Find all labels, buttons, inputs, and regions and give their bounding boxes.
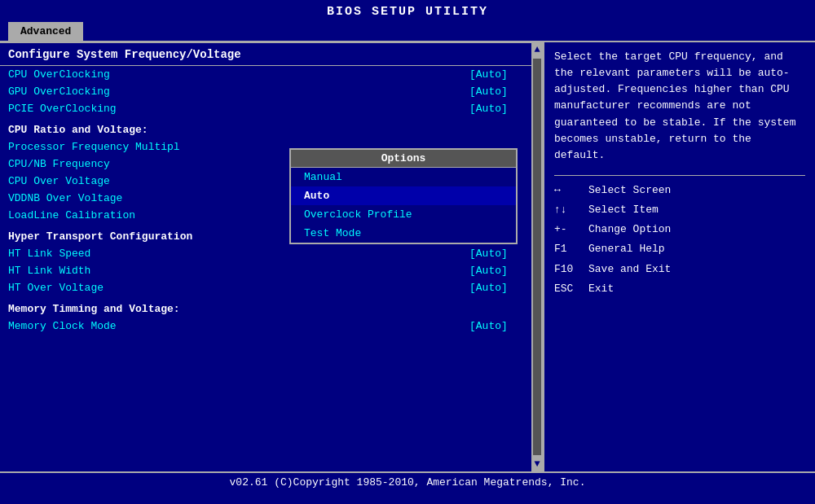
ht-speed-label: HT Link Speed <box>8 248 90 260</box>
right-panel: Select the target CPU frequency, and the… <box>544 42 815 471</box>
cpu-oc-label: CPU OverClocking <box>8 68 110 81</box>
footer: v02.61 (C)Copyright 1985-2010, American … <box>0 471 815 491</box>
cpu-section-header: CPU Ratio and Voltage: <box>0 117 543 138</box>
proc-freq-label: Processor Frequency Multipl <box>8 141 180 153</box>
mem-clock-label: Memory Clock Mode <box>8 320 117 332</box>
key-row-help: F1 General Help <box>554 239 805 259</box>
pcie-oc-label: PCIE OverClocking <box>8 103 117 115</box>
ht-speed-value: [Auto] <box>469 248 535 260</box>
key-desc-screen: Select Screen <box>588 182 671 199</box>
key-row-screen: ↔ Select Screen <box>554 181 805 200</box>
key-sym-esc: ESC <box>554 281 582 297</box>
key-sym-help: F1 <box>554 241 582 257</box>
cpu-nb-label: CPU/NB Frequency <box>8 158 110 170</box>
left-panel: Configure System Frequency/Voltage CPU O… <box>0 42 544 471</box>
ht-ov-label: HT Over Voltage <box>8 282 104 294</box>
ht-ov-value: [Auto] <box>469 282 535 294</box>
key-desc-esc: Exit <box>588 281 614 297</box>
key-row-option: +- Change Option <box>554 220 805 239</box>
key-sym-save: F10 <box>554 261 582 278</box>
cpu-oc-value: [Auto] <box>469 68 535 81</box>
key-sym-option: +- <box>554 221 582 238</box>
setting-row-ht-width[interactable]: HT Link Width [Auto] <box>0 262 543 279</box>
mem-section-header: Memory Timming and Voltage: <box>0 296 543 318</box>
dropdown-overlay: Options Manual Auto Overclock Profile Te… <box>289 148 518 244</box>
key-desc-help: General Help <box>588 241 665 257</box>
basic-settings-group: CPU OverClocking [Auto] GPU OverClocking… <box>0 66 543 117</box>
gpu-oc-value: [Auto] <box>469 85 535 98</box>
key-row-esc: ESC Exit <box>554 279 805 299</box>
dropdown-item-manual[interactable]: Manual <box>291 168 516 186</box>
key-sym-item: ↑↓ <box>554 202 582 218</box>
ht-width-value: [Auto] <box>469 265 535 277</box>
tab-bar: Advanced <box>0 22 815 41</box>
mem-clock-value: [Auto] <box>469 320 535 332</box>
dropdown-item-auto[interactable]: Auto <box>291 186 516 205</box>
title-bar: BIOS SETUP UTILITY <box>0 0 815 22</box>
section-title: Configure System Frequency/Voltage <box>8 48 241 61</box>
dropdown-item-overclock-profile[interactable]: Overclock Profile <box>291 205 516 224</box>
key-sym-screen: ↔ <box>554 182 582 199</box>
ht-width-label: HT Link Width <box>8 265 90 277</box>
app-title: BIOS SETUP UTILITY <box>327 5 488 19</box>
section-header: Configure System Frequency/Voltage <box>0 42 543 66</box>
dropdown-item-test-mode[interactable]: Test Mode <box>291 224 516 243</box>
ht-settings-group: HT Link Speed [Auto] HT Link Width [Auto… <box>0 245 543 296</box>
key-desc-option: Change Option <box>588 221 671 238</box>
setting-row-mem-clock[interactable]: Memory Clock Mode [Auto] <box>0 318 543 335</box>
mem-settings-group: Memory Clock Mode [Auto] <box>0 318 543 335</box>
scroll-up-button[interactable]: ▲ <box>534 42 540 57</box>
setting-row-ht-ov[interactable]: HT Over Voltage [Auto] <box>0 279 543 296</box>
gpu-oc-label: GPU OverClocking <box>8 85 110 98</box>
scroll-thumb[interactable] <box>533 59 541 455</box>
key-desc-save: Save and Exit <box>588 261 671 278</box>
cpu-ov-label: CPU Over Voltage <box>8 175 110 187</box>
footer-text: v02.61 (C)Copyright 1985-2010, American … <box>230 476 586 489</box>
setting-row-gpu-oc[interactable]: GPU OverClocking [Auto] <box>0 83 543 100</box>
key-row-item: ↑↓ Select Item <box>554 200 805 220</box>
scroll-down-button[interactable]: ▼ <box>534 457 540 471</box>
main-layout: Configure System Frequency/Voltage CPU O… <box>0 41 815 471</box>
key-desc-item: Select Item <box>588 202 659 218</box>
hint-text: Select the target CPU frequency, and the… <box>554 49 805 164</box>
loadline-label: LoadLine Calibration <box>8 209 135 221</box>
dropdown-title: Options <box>291 150 516 168</box>
setting-row-pcie-oc[interactable]: PCIE OverClocking [Auto] <box>0 100 543 117</box>
vddnb-label: VDDNB Over Voltage <box>8 192 122 204</box>
key-row-save: F10 Save and Exit <box>554 260 805 279</box>
key-section: ↔ Select Screen ↑↓ Select Item +- Change… <box>554 175 805 299</box>
tab-advanced[interactable]: Advanced <box>8 22 83 41</box>
setting-row-ht-speed[interactable]: HT Link Speed [Auto] <box>0 245 543 262</box>
setting-row-cpu-oc[interactable]: CPU OverClocking [Auto] <box>0 66 543 83</box>
pcie-oc-value: [Auto] <box>469 103 535 115</box>
left-scrollbar: ▲ ▼ <box>531 42 543 471</box>
